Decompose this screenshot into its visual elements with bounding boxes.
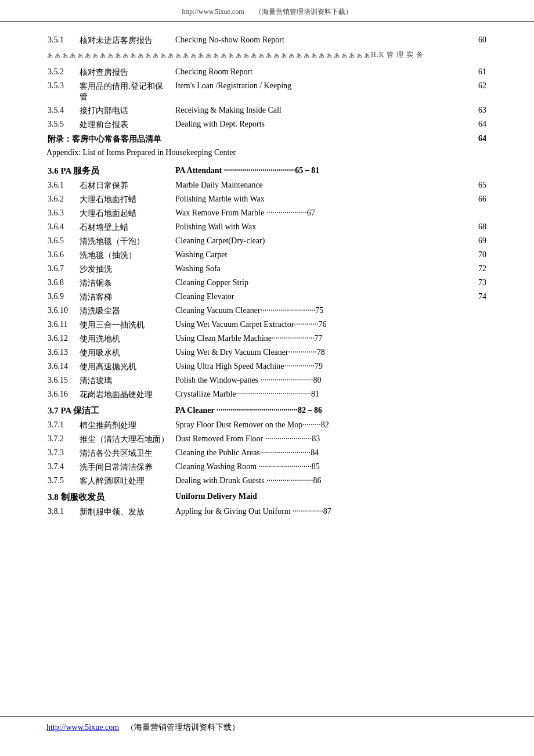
section-cn: 洗手间日常清洁保养 <box>78 460 174 474</box>
section-en: Cleaning Elevator <box>174 290 464 304</box>
section-page <box>464 207 488 221</box>
toc-row: 3.7.1棉尘推药剂处理Spray Floor Dust Remover on … <box>46 419 488 433</box>
section-cn: 推尘（清洁大理石地面） <box>78 433 174 447</box>
section-en: Washing Carpet <box>174 249 464 262</box>
toc-row: 3.6 PA 服务员PA Attendant ·················… <box>46 162 488 179</box>
section-en: Cleaning Carpet(Dry-clear) <box>174 235 464 249</box>
section-cn: 处理前台报表 <box>78 118 174 132</box>
section-num: 附录：客房中心常备客用品清单 <box>46 132 174 147</box>
section-en: Spray Floor Dust Remover on the Mop·····… <box>174 419 464 433</box>
toc-row: 3.7.5客人醉酒呕吐处理Dealing with Drunk Guests ·… <box>46 474 488 488</box>
section-cn: 核对查房报告 <box>78 66 174 80</box>
toc-row: 3.5.2核对查房报告Checking Room Report61 <box>46 66 488 80</box>
section-page: 66 <box>464 193 488 207</box>
section-num: 3.7.4 <box>46 460 78 474</box>
section-num: 3.6.8 <box>46 276 78 290</box>
section-en: Using Ultra High Speed Machine··········… <box>174 360 464 374</box>
section-header-en: Uniform Delivery Maid <box>174 488 488 505</box>
section-num: 3.7.2 <box>46 433 78 447</box>
section-en: Checking Room Report <box>174 66 464 80</box>
toc-row: 3.6.16花岗岩地面晶硬处理Crystallize Marble·······… <box>46 388 488 402</box>
section-cn: 接打内部电话 <box>78 104 174 118</box>
section-en: Dust Removed From Floor ················… <box>174 433 464 447</box>
footer-url[interactable]: http://www.5ixue.com <box>46 723 119 732</box>
section-en: Item's Loan /Registration / Keeping <box>174 80 464 104</box>
toc-row: 3.6.2大理石地面打蜡Polishing Marble with Wax66 <box>46 193 488 207</box>
section-en: Cleaning the Public Areas···············… <box>174 447 464 460</box>
section-cn: 使用高速抛光机 <box>78 360 174 374</box>
appendix-en-row: Appendix: List of Items Prepared in Hous… <box>46 147 488 162</box>
toc-row: 3.6.9清洁客梯Cleaning Elevator74 <box>46 290 488 304</box>
section-cn: 清洁玻璃 <box>78 374 174 388</box>
section-num: 3.7.3 <box>46 447 78 460</box>
toc-row: 3.6.1石材日常保养Marble Daily Maintenance65 <box>46 179 488 193</box>
section-page: 60 <box>464 34 488 48</box>
section-num: 3.6.10 <box>46 304 78 318</box>
section-num: 3.6.16 <box>46 388 78 402</box>
section-page <box>464 304 488 318</box>
section-cn: 沙发抽洗 <box>78 262 174 276</box>
toc-row: 3.6.4石材墙壁上蜡Polishing Wall with Wax68 <box>46 221 488 235</box>
section-en: Cleaning Copper Strip <box>174 276 464 290</box>
section-cn: 洗地毯（抽洗） <box>78 249 174 262</box>
toc-row: 3.7.3清洁各公共区域卫生Cleaning the Public Areas·… <box>46 447 488 460</box>
section-page <box>464 360 488 374</box>
section-num: 3.5.2 <box>46 66 78 80</box>
section-en: Checking No-show Room Report <box>174 34 464 48</box>
section-cn: 花岗岩地面晶硬处理 <box>78 388 174 402</box>
section-en: Receiving & Making Inside Call <box>174 104 464 118</box>
section-num: 3.5.3 <box>46 80 78 104</box>
toc-row: 3.6.6洗地毯（抽洗）Washing Carpet70 <box>46 249 488 262</box>
section-en: Crystallize Marble······················… <box>174 388 464 402</box>
section-page <box>464 447 488 460</box>
toc-row: 3.6.5清洗地毯（干泡）Cleaning Carpet(Dry-clear)6… <box>46 235 488 249</box>
section-num: 3.5.4 <box>46 104 78 118</box>
section-num: 3.6.2 <box>46 193 78 207</box>
toc-row: 3.8 制服收发员Uniform Delivery Maid <box>46 488 488 505</box>
section-page <box>464 474 488 488</box>
section-cn: 清洗地毯（干泡） <box>78 235 174 249</box>
section-page: 61 <box>464 66 488 80</box>
section-page <box>464 433 488 447</box>
section-page: 73 <box>464 276 488 290</box>
section-cn: 客人醉酒呕吐处理 <box>78 474 174 488</box>
section-header-num: 3.6 PA 服务员 <box>46 162 174 179</box>
section-cn: 棉尘推药剂处理 <box>78 419 174 433</box>
footer-bar: http://www.5ixue.com （海量营销管理培训资料下载） <box>0 716 534 739</box>
section-page <box>464 332 488 346</box>
section-num: 3.6.7 <box>46 262 78 276</box>
section-page <box>464 460 488 474</box>
section-header-en: PA Cleaner ·····························… <box>174 402 488 419</box>
toc-table: 3.5.1核对未进店客房报告Checking No-show Room Repo… <box>46 34 488 519</box>
toc-row: 3.7.2推尘（清洁大理石地面）Dust Removed From Floor … <box>46 433 488 447</box>
toc-row: 3.6.3大理石地面起蜡Wax Remove From Marble ·····… <box>46 207 488 221</box>
section-page: 65 <box>464 179 488 193</box>
toc-row: 3.5.1核对未进店客房报告Checking No-show Room Repo… <box>46 34 488 48</box>
section-header-num: 3.8 制服收发员 <box>46 488 174 505</box>
section-en <box>174 132 464 147</box>
section-num: 3.7.5 <box>46 474 78 488</box>
section-cn: 大理石地面打蜡 <box>78 193 174 207</box>
section-num: 3.6.6 <box>46 249 78 262</box>
toc-row: 3.6.10清洗吸尘器Cleaning Vacuum Cleaner······… <box>46 304 488 318</box>
section-en: Polish the Window-panes ················… <box>174 374 464 388</box>
toc-row: 3.6.7沙发抽洗Washing Sofa72 <box>46 262 488 276</box>
section-page: 74 <box>464 290 488 304</box>
hk-line: ぁぁぁぁぁぁぁぁぁぁぁぁぁぁぁぁぁぁぁぁぁぁぁぁぁぁぁぁぁぁぁぁぁぁぁぁぁぁぁぁ… <box>46 48 488 66</box>
section-en: Marble Daily Maintenance <box>174 179 464 193</box>
section-num: 3.6.12 <box>46 332 78 346</box>
section-header-en: PA Attendant ···························… <box>174 162 488 179</box>
section-num: 3.6.9 <box>46 290 78 304</box>
section-en: Wax Remove From Marble ·················… <box>174 207 464 221</box>
section-page <box>464 505 488 519</box>
section-num: 3.6.15 <box>46 374 78 388</box>
section-cn: 清洗吸尘器 <box>78 304 174 318</box>
section-num: 3.6.11 <box>46 318 78 332</box>
section-num: 3.6.14 <box>46 360 78 374</box>
toc-row: 3.6.12使用洗地机Using Clean Marble Machine···… <box>46 332 488 346</box>
section-num: 3.6.1 <box>46 179 78 193</box>
section-en: Dealing with Dept. Reports <box>174 118 464 132</box>
footer-subtitle: （海量营销管理培训资料下载） <box>126 722 240 733</box>
section-en: Polishing Wall with Wax <box>174 221 464 235</box>
section-cn: 石材日常保养 <box>78 179 174 193</box>
